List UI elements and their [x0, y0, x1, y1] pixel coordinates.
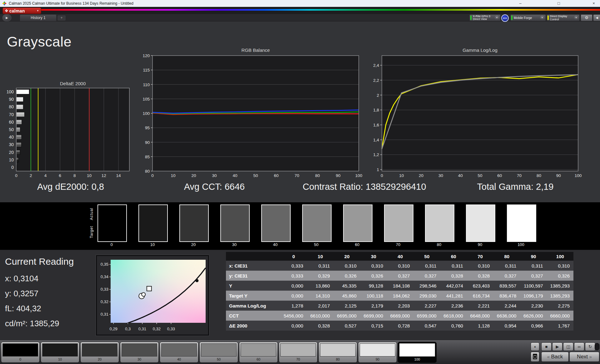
patch-swatch: [42, 343, 78, 357]
add-tab-button[interactable]: +: [58, 15, 66, 21]
svg-text:8: 8: [73, 173, 76, 178]
swatch-label-0: 0: [97, 242, 126, 247]
calman-menu-button[interactable]: ❖ calman ▼: [2, 7, 41, 14]
table-cell: 0,760: [440, 321, 467, 331]
pattern-patch-10[interactable]: 10: [41, 342, 79, 363]
current-reading-title: Current Reading: [5, 256, 74, 267]
maximize-button[interactable]: □: [552, 0, 565, 7]
svg-text:70: 70: [517, 173, 522, 178]
table-cell: 0,000: [280, 321, 307, 331]
display-control-dropdown[interactable]: Direct Display Control ▼: [547, 14, 580, 21]
grayscale-swatch-20: [179, 204, 209, 242]
stat-contrast-ratio: Contrast Ratio: 138529296410: [302, 182, 426, 192]
actual-row-label: Actual: [89, 205, 94, 223]
pattern-patch-90[interactable]: 90: [358, 342, 397, 363]
back-button[interactable]: « Back: [541, 352, 569, 362]
collapse-panel-button[interactable]: ◀: [593, 14, 600, 21]
svg-text:2,4: 2,4: [373, 63, 379, 68]
table-cell: 100,118: [360, 291, 387, 301]
svg-text:90: 90: [9, 97, 14, 102]
table-cell: 6636,000: [493, 311, 520, 321]
table-cell: 0,326: [547, 271, 573, 281]
tab-history-1[interactable]: History 1: [20, 15, 56, 21]
tab-bar: ▶ History 1 + X-Rite i1Pro 3 Direct View…: [0, 14, 600, 22]
svg-text:85: 85: [145, 155, 150, 159]
swatch-label-90: 90: [465, 242, 495, 247]
calman-app-window: Calman 2025 Calman Ultimate for Business…: [0, 0, 600, 364]
svg-text:30: 30: [9, 142, 14, 147]
pattern-patch-60[interactable]: 60: [239, 342, 278, 363]
pattern-patch-50[interactable]: 50: [199, 342, 238, 363]
table-col-header: 80: [493, 252, 520, 261]
table-cell: 1100,597: [520, 281, 547, 291]
cie-locus-point: [195, 279, 198, 282]
table-cell: 6618,000: [440, 311, 467, 321]
meter-status-bar: [470, 16, 472, 20]
svg-text:4: 4: [44, 173, 47, 178]
table-cell: 6648,000: [467, 311, 493, 321]
single-measure-button[interactable]: ◫: [563, 342, 573, 351]
table-cell: 5456,000: [280, 311, 307, 321]
table-cell: 299,030: [413, 291, 440, 301]
settings-gear-button[interactable]: ⚙: [581, 14, 592, 21]
pattern-window-button[interactable]: [531, 352, 539, 362]
svg-text:90: 90: [145, 140, 150, 145]
svg-text:50: 50: [9, 127, 14, 132]
stop-button[interactable]: ■: [541, 342, 552, 351]
reading-fl: fL: 404,32: [5, 304, 41, 313]
patch-label: 60: [239, 357, 278, 362]
grayscale-swatch-80: [425, 204, 454, 242]
table-row: CCT5456,0006610,0006695,0006699,0006669,…: [226, 311, 573, 321]
next-button[interactable]: Next »: [569, 352, 599, 362]
svg-text:0,33: 0,33: [167, 327, 175, 331]
table-cell: 45,335: [334, 281, 360, 291]
readings-table: 0102030405060708090100x: CIE310,3330,311…: [226, 252, 573, 331]
svg-text:100: 100: [575, 173, 582, 178]
swatch-label-70: 70: [383, 242, 413, 247]
table-cell: 623,403: [467, 281, 493, 291]
patch-label: 70: [279, 357, 317, 362]
minimize-button[interactable]: –: [514, 0, 527, 7]
close-button[interactable]: ×: [588, 0, 600, 7]
play-button[interactable]: ▶: [552, 342, 562, 351]
svg-text:10: 10: [171, 173, 175, 178]
table-cell: 0,954: [493, 321, 520, 331]
pattern-patch-70[interactable]: 70: [279, 342, 318, 363]
table-cell: 0,326: [360, 271, 387, 281]
pattern-patch-0[interactable]: 0: [1, 342, 40, 363]
pattern-patch-40[interactable]: 40: [160, 342, 198, 363]
meter-count-badge: 693: [501, 14, 509, 22]
patch-label: 80: [319, 357, 357, 362]
svg-text:0,33: 0,33: [101, 287, 108, 292]
patch-label: 0: [1, 357, 39, 362]
table-cell: 298,546: [413, 281, 440, 291]
pattern-patch-30[interactable]: 30: [120, 342, 159, 363]
pattern-patch-80[interactable]: 80: [318, 342, 357, 363]
pattern-patch-20[interactable]: 20: [80, 342, 119, 363]
svg-text:60: 60: [497, 173, 502, 178]
table-cell: 6669,000: [387, 311, 413, 321]
status-led: [595, 343, 599, 350]
patch-swatch: [241, 343, 276, 357]
table-cell: 441,281: [440, 291, 467, 301]
bottom-panel: Current Reading x: 0,3104 y: 0,3257 fL: …: [0, 250, 600, 341]
pattern-patch-100[interactable]: 100: [398, 342, 437, 363]
table-row-label: Gamma Log/Log: [226, 301, 280, 311]
table-cell: 0,310: [467, 261, 493, 271]
svg-text:30: 30: [438, 173, 443, 178]
source-dropdown[interactable]: Mobile Forge ▼: [510, 14, 546, 21]
svg-text:0,3: 0,3: [125, 327, 131, 331]
continuous-measure-button[interactable]: ∞: [574, 342, 584, 351]
patch-label: 40: [160, 357, 198, 362]
display-status-bar: [548, 16, 549, 20]
app-header: ❖ calman ▼: [0, 7, 600, 14]
refresh-button[interactable]: ↻: [585, 342, 595, 351]
table-cell: 442,074: [440, 281, 467, 291]
patch-swatch: [280, 343, 316, 357]
table-col-header: 50: [413, 252, 440, 261]
pattern-up-button[interactable]: ▲: [531, 342, 539, 351]
table-row: y: CIE310,3330,3290,3260,3260,3270,3270,…: [226, 271, 573, 281]
meter-dropdown[interactable]: X-Rite i1Pro 3 Direct View ▼: [469, 14, 501, 21]
page-nav-button[interactable]: ▶: [2, 14, 11, 21]
svg-text:40: 40: [9, 135, 14, 140]
